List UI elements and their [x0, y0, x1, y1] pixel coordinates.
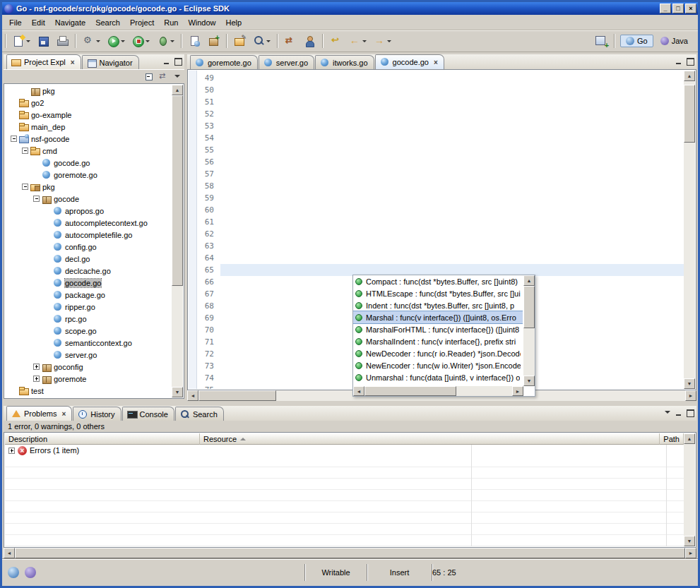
dropdown-arrow-icon[interactable]	[146, 40, 150, 42]
menu-item[interactable]: File	[4, 16, 27, 29]
toolbar-button[interactable]	[54, 33, 71, 49]
dropdown-arrow-icon[interactable]	[387, 40, 391, 42]
tree-item[interactable]: gocode.go	[5, 157, 172, 169]
titlebar[interactable]: Go - nsf-gocode/src/pkg/gocode/gocode.go…	[2, 2, 698, 15]
menu-item[interactable]: Navigate	[50, 16, 90, 29]
maximize-button[interactable]: □	[672, 4, 684, 13]
tree-expander[interactable]	[11, 136, 17, 142]
menu-item[interactable]: Window	[183, 16, 220, 29]
tree-item[interactable]: decl.go	[5, 253, 172, 265]
autocomplete-item[interactable]: Marshal : func(v interface{}) ([]uint8, …	[353, 311, 523, 323]
toolbar-button[interactable]	[205, 33, 223, 49]
toolbar-button[interactable]	[327, 33, 345, 49]
problems-vscrollbar[interactable]: ▲ ▼	[684, 433, 695, 546]
minimize-view-icon[interactable]	[675, 57, 683, 65]
close-tab-icon[interactable]: ×	[71, 59, 75, 66]
perspective-button[interactable]: Java	[655, 35, 694, 47]
dropdown-arrow-icon[interactable]	[121, 40, 125, 42]
toolbar-button[interactable]	[231, 33, 249, 49]
tree-item[interactable]: goconfig	[5, 361, 172, 373]
problems-hscrollbar[interactable]: ◄ ►	[4, 548, 696, 558]
autocomplete-item[interactable]: Indent : func(dst *bytes.Buffer, src []u…	[353, 299, 523, 311]
tree-item[interactable]: pkg	[5, 181, 172, 193]
tree-item[interactable]: config.go	[5, 241, 172, 253]
toolbar-button[interactable]	[371, 33, 394, 49]
link-with-editor-icon[interactable]	[159, 73, 169, 81]
dropdown-arrow-icon[interactable]	[362, 40, 367, 42]
tree-item[interactable]: autocompletefile.go	[5, 229, 172, 241]
dropdown-arrow-icon[interactable]	[26, 40, 30, 42]
tree-expander[interactable]	[33, 196, 40, 202]
column-header[interactable]: Resource	[200, 433, 660, 445]
view-menu-icon[interactable]	[663, 409, 672, 416]
column-header[interactable]: Description	[5, 433, 200, 445]
tree-item[interactable]: go-example	[5, 109, 172, 121]
java-fastview-icon[interactable]	[25, 567, 36, 578]
tree-item[interactable]: goremote	[5, 373, 172, 385]
tree-item[interactable]: semanticcontext.go	[5, 337, 172, 349]
editor-tab[interactable]: gocode.go ×	[375, 54, 444, 69]
explorer-vscrollbar[interactable]: ▲ ▼	[172, 85, 183, 397]
autocomplete-item[interactable]: NewDecoder : func(r io.Reader) *json.Dec…	[353, 347, 523, 359]
toolbar-button[interactable]	[80, 33, 103, 49]
menu-item[interactable]: Edit	[27, 16, 50, 29]
view-menu-icon[interactable]	[173, 73, 182, 80]
autocomplete-item[interactable]: MarshalIndent : func(v interface{}, pref…	[353, 335, 523, 347]
tree-item[interactable]: goremote.go	[5, 169, 172, 181]
column-header[interactable]: Path	[660, 433, 684, 445]
menu-item[interactable]: Run	[159, 16, 183, 29]
perspective-button[interactable]: Go	[620, 35, 653, 47]
toolbar-button[interactable]	[105, 33, 128, 49]
maximize-view-icon[interactable]	[686, 409, 694, 416]
toolbar-button[interactable]	[129, 33, 153, 49]
tree-item[interactable]: gocode.go	[5, 277, 172, 289]
close-tab-icon[interactable]: ×	[61, 410, 66, 418]
menu-item[interactable]: Project	[125, 16, 159, 29]
tree-item[interactable]: package.go	[5, 289, 172, 301]
autocomplete-item[interactable]: Unmarshal : func(data []uint8, v interfa…	[353, 371, 523, 383]
editor-vscrollbar[interactable]: ▲ ▼	[684, 71, 695, 389]
menu-item[interactable]: Help	[221, 16, 247, 29]
tree-expander[interactable]	[22, 184, 28, 190]
annotation-ruler[interactable]	[189, 71, 197, 389]
maximize-view-icon[interactable]	[686, 57, 694, 65]
tree-item[interactable]: server.go	[5, 349, 172, 361]
autocomplete-item[interactable]: Compact : func(dst *bytes.Buffer, src []…	[353, 275, 523, 287]
popup-vscrollbar[interactable]: ▲ ▼	[523, 275, 535, 386]
autocomplete-item[interactable]: MarshalForHTML : func(v interface{}) ([]…	[353, 323, 523, 335]
open-perspective-icon[interactable]	[593, 34, 609, 48]
toolbar-button[interactable]	[250, 33, 273, 49]
close-button[interactable]: ×	[685, 4, 696, 13]
toolbar-button[interactable]	[282, 33, 299, 49]
tree-item[interactable]: pkg	[5, 85, 172, 97]
dropdown-arrow-icon[interactable]	[170, 40, 174, 42]
editor-tab[interactable]: goremote.go	[190, 55, 258, 69]
view-tab[interactable]: Navigator	[82, 55, 139, 69]
tree-item[interactable]: go2	[5, 97, 172, 109]
toolbar-button[interactable]	[301, 33, 319, 49]
tree-expander[interactable]	[22, 148, 28, 154]
tree-item[interactable]: rpc.go	[5, 313, 172, 325]
tree-item[interactable]: gocode	[5, 193, 172, 205]
tree-item[interactable]: test	[5, 385, 172, 397]
toolbar-button[interactable]	[10, 33, 33, 49]
dropdown-arrow-icon[interactable]	[96, 40, 100, 42]
tree-item[interactable]: main_dep	[5, 121, 172, 133]
go-fastview-icon[interactable]	[8, 567, 19, 578]
maximize-view-icon[interactable]	[174, 57, 182, 65]
collapse-all-icon[interactable]	[145, 73, 155, 81]
view-tab[interactable]: Problems ×	[6, 406, 72, 421]
tree-item[interactable]: apropos.go	[5, 205, 172, 217]
autocomplete-item[interactable]: NewEncoder : func(w io.Writer) *json.Enc…	[353, 359, 523, 371]
tree-item[interactable]: nsf-gocode	[5, 133, 172, 145]
dropdown-arrow-icon[interactable]	[266, 40, 271, 42]
tree-expander[interactable]	[33, 376, 40, 382]
tree-item[interactable]: cmd	[5, 145, 172, 157]
view-tab[interactable]: Project Expl ×	[6, 54, 81, 69]
minimize-view-icon[interactable]	[675, 409, 683, 416]
toolbar-button[interactable]	[346, 33, 369, 49]
tree-item[interactable]: declcache.go	[5, 265, 172, 277]
editor-tab[interactable]: server.go	[259, 55, 314, 69]
tree-expander[interactable]	[33, 364, 40, 370]
toolbar-button[interactable]	[186, 33, 203, 49]
